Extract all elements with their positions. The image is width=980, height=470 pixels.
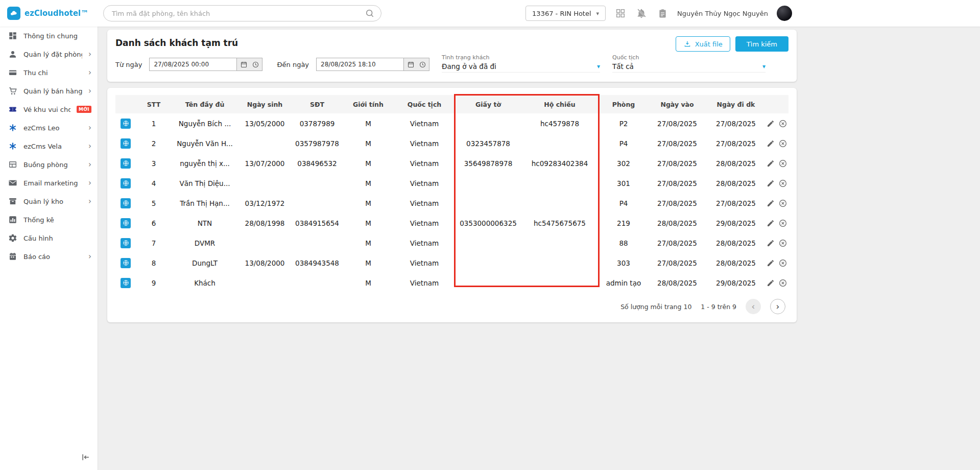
per-page-text: Số lượng mỗi trang 10 <box>620 303 691 311</box>
cell-name: Nguyễn Văn H... <box>172 139 238 148</box>
sidebar-item-thong-tin-chung[interactable]: Thông tin chung <box>0 27 98 45</box>
edit-icon[interactable] <box>767 178 775 188</box>
search-input[interactable] <box>103 5 381 21</box>
pagination: Số lượng mỗi trang 10 1 - 9 trên 9 ‹ › <box>115 293 788 318</box>
sidebar-item-quan-ly-kho[interactable]: Quản lý kho › <box>0 192 98 210</box>
col-header-nationality: Quốc tịch <box>394 101 455 108</box>
cell-date-in: 28/08/2025 <box>649 279 705 287</box>
sidebar-item-email-marketing[interactable]: Email marketing › <box>0 174 98 192</box>
apps-grid-icon[interactable] <box>614 7 627 19</box>
to-date-input[interactable]: 28/08/2025 18:10 <box>316 58 404 71</box>
sidebar-item-ezcms-leo[interactable]: ezCms Leo › <box>0 119 98 137</box>
cancel-circle-icon[interactable] <box>778 278 787 288</box>
sidebar-item-ezcms-vela[interactable]: ezCms Vela › <box>0 137 98 155</box>
cell-room: P2 <box>598 120 649 128</box>
per-page-value[interactable]: 10 <box>683 303 691 311</box>
clock-icon[interactable] <box>251 60 260 69</box>
ezcms-asterisk-icon <box>8 142 17 151</box>
nationality-select[interactable]: Quốc tịch Tất cả ▾ <box>612 54 766 73</box>
booking-board-icon[interactable] <box>656 7 668 19</box>
edit-icon[interactable] <box>767 278 775 288</box>
from-date-label: Từ ngày <box>115 61 142 68</box>
edit-icon[interactable] <box>767 158 775 168</box>
ticket-icon <box>8 105 17 114</box>
cell-room: P4 <box>598 139 649 148</box>
cancel-circle-icon[interactable] <box>778 238 787 248</box>
sidebar-item-thong-ke[interactable]: Thống kê <box>0 210 98 229</box>
edit-icon[interactable] <box>767 258 775 268</box>
cancel-circle-icon[interactable] <box>778 158 787 168</box>
sidebar-item-buong-phong[interactable]: Buồng phòng › <box>0 155 98 174</box>
cancel-circle-icon[interactable] <box>778 258 787 268</box>
edit-icon[interactable] <box>767 119 775 128</box>
cell-date-in: 27/08/2025 <box>649 259 705 267</box>
scan-document-icon[interactable] <box>121 158 131 169</box>
cell-room: P4 <box>598 199 649 207</box>
cell-stt: 9 <box>136 279 172 287</box>
cancel-circle-icon[interactable] <box>778 198 787 208</box>
scan-document-icon[interactable] <box>121 258 131 268</box>
scan-document-icon[interactable] <box>121 198 131 208</box>
cell-date-in: 27/08/2025 <box>649 239 705 247</box>
edit-icon[interactable] <box>767 198 775 208</box>
chevron-right-icon: › <box>88 253 91 261</box>
cell-date-out: 28/08/2025 <box>705 159 767 168</box>
col-header-room: Phòng <box>598 101 649 108</box>
edit-icon[interactable] <box>767 138 775 148</box>
scan-document-icon[interactable] <box>121 119 131 129</box>
edit-icon[interactable] <box>767 238 775 248</box>
scan-document-icon[interactable] <box>121 138 131 149</box>
cell-gender: M <box>343 120 394 128</box>
cell-stt: 3 <box>136 159 172 168</box>
cancel-circle-icon[interactable] <box>778 218 787 228</box>
user-avatar[interactable] <box>777 6 792 21</box>
next-page-button[interactable]: › <box>770 299 785 314</box>
cell-date-out: 29/08/2025 <box>705 279 767 287</box>
hotel-selector-value: 13367 - RIN Hotel <box>532 10 591 17</box>
clock-icon[interactable] <box>418 60 427 69</box>
filter-card: Danh sách khách tạm trú Xuất file Tìm ki… <box>107 30 797 82</box>
cell-name: Văn Thị Diệu... <box>172 179 238 187</box>
guest-table: STT Tên đầy đủ Ngày sinh SĐT Giới tính Q… <box>115 95 788 293</box>
sidebar-item-thu-chi[interactable]: Thu chi › <box>0 63 98 82</box>
user-name: Nguyên Thủy Ngọc Nguyên <box>677 10 768 17</box>
table-header-row: STT Tên đầy đủ Ngày sinh SĐT Giới tính Q… <box>115 95 788 113</box>
search-icon[interactable] <box>365 8 375 20</box>
edit-icon[interactable] <box>767 218 775 228</box>
cell-id-doc: 35649878978 <box>455 159 521 168</box>
to-date-group: 28/08/2025 18:10 <box>316 58 429 71</box>
scan-document-icon[interactable] <box>121 238 131 248</box>
col-header-dob: Ngày sinh <box>238 101 292 108</box>
sidebar-item-quan-ly-dat-phong[interactable]: Quản lý đặt phòng › <box>0 45 98 63</box>
scan-document-icon[interactable] <box>121 218 131 228</box>
export-file-button[interactable]: Xuất file <box>676 36 730 52</box>
app-logo[interactable]: ezCloudhotel™ <box>0 7 98 20</box>
range-text: 1 - 9 trên 9 <box>701 303 736 311</box>
table-row: 6 NTN 28/08/1998 0384915654 M Vietnam 03… <box>115 213 788 233</box>
main-content: Danh sách khách tạm trú Xuất file Tìm ki… <box>98 27 980 470</box>
cancel-circle-icon[interactable] <box>778 178 787 188</box>
ezcloud-logo-icon <box>7 7 20 20</box>
cell-name: DungLT <box>172 259 238 267</box>
hotel-selector[interactable]: 13367 - RIN Hotel ▾ <box>525 6 606 21</box>
scan-document-icon[interactable] <box>121 178 131 189</box>
sidebar-item-ve-khu-vui-choi[interactable]: Vé khu vui chơi MỚI <box>0 100 98 119</box>
sidebar-collapse-icon[interactable] <box>79 451 92 464</box>
cancel-circle-icon[interactable] <box>778 138 787 148</box>
sidebar-item-bao-cao[interactable]: Báo cáo › <box>0 247 98 266</box>
search-submit-button[interactable]: Tìm kiếm <box>735 36 788 52</box>
calendar-icon[interactable] <box>239 60 248 69</box>
cancel-circle-icon[interactable] <box>778 119 787 128</box>
table-row: 9 Khách M Vietnam admin tạo 28/08/2025 2… <box>115 273 788 293</box>
scan-document-icon[interactable] <box>121 278 131 288</box>
from-date-input[interactable]: 27/08/2025 00:00 <box>149 58 237 71</box>
cell-date-out: 27/08/2025 <box>705 120 767 128</box>
cell-stt: 4 <box>136 179 172 187</box>
guest-status-select[interactable]: Tình trạng khách Đang ở và đã đi ▾ <box>442 54 600 73</box>
prev-page-button[interactable]: ‹ <box>746 299 761 314</box>
calendar-icon[interactable] <box>406 60 415 69</box>
sidebar-item-quan-ly-ban-hang[interactable]: Quản lý bán hàng › <box>0 82 98 100</box>
sidebar-item-cau-hinh[interactable]: Cấu hình <box>0 229 98 247</box>
notifications-muted-icon[interactable] <box>635 7 648 19</box>
cell-room: admin tạo <box>598 279 649 287</box>
